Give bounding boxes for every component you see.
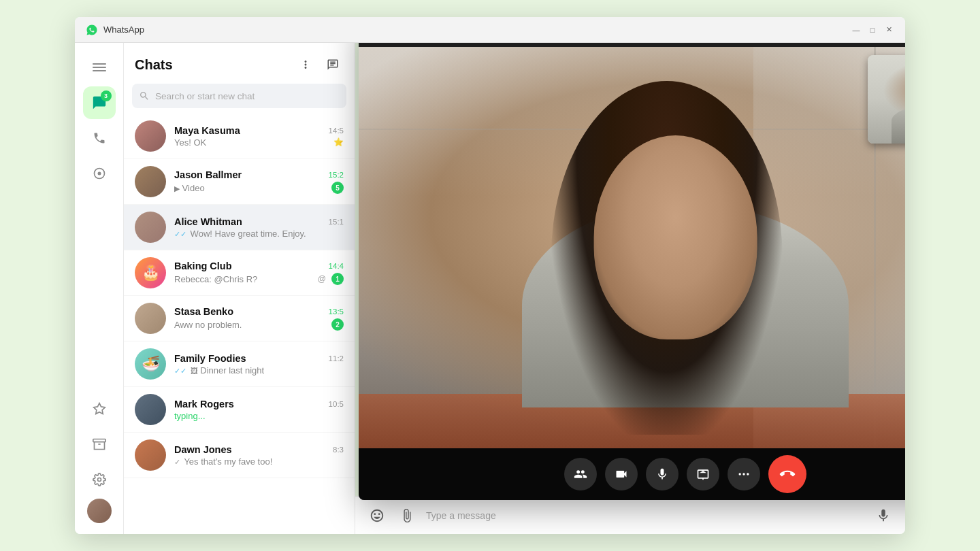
nav-sidebar: 3 <box>75 43 124 534</box>
video-main <box>359 47 905 448</box>
svg-marker-5 <box>93 403 105 414</box>
pip-video-feed <box>868 55 905 144</box>
list-item[interactable]: Maya Kasuma 14:5 Yes! OK ⭐ <box>124 114 355 159</box>
message-input[interactable] <box>426 510 864 521</box>
emoji-btn[interactable] <box>366 505 388 527</box>
minimize-button[interactable]: — <box>851 24 862 35</box>
chat-name: Mark Rogers <box>174 399 234 410</box>
starred-msg-icon: ⭐ <box>333 137 344 147</box>
chat-name: Alice Whitman <box>174 216 242 227</box>
chat-time: 14:5 <box>329 127 344 135</box>
avatar <box>135 166 166 197</box>
chat-preview: Yes! OK <box>174 137 333 148</box>
present-btn[interactable] <box>687 458 719 490</box>
search-input[interactable] <box>155 91 340 101</box>
window-controls: — □ ✕ <box>851 24 894 35</box>
chat-info: Dawn Jones 8:3 ✓ Yes that's my fave too! <box>174 444 344 467</box>
app-window: WhatsApp — □ ✕ 3 <box>75 17 905 534</box>
pip-video <box>868 55 905 144</box>
avatar <box>135 394 166 425</box>
chat-info: Mark Rogers 10:5 typing... <box>174 399 344 421</box>
mention-icon: @ <box>318 274 326 284</box>
add-participant-btn[interactable] <box>564 458 597 490</box>
chats-badge: 3 <box>101 90 112 101</box>
list-item[interactable]: Alice Whitman 15:1 ✓✓ Wow! Have great ti… <box>124 205 355 250</box>
mic-btn[interactable] <box>872 505 894 527</box>
chats-panel: Chats <box>124 43 355 534</box>
chat-time: 15:2 <box>329 171 344 179</box>
list-item[interactable]: Mark Rogers 10:5 typing... <box>124 387 355 433</box>
chat-preview: Aww no problem. <box>174 320 329 330</box>
chat-name: Jason Ballmer <box>174 169 242 180</box>
avatar: 🍜 <box>135 348 166 380</box>
chat-preview: ✓✓ 🖼 Dinner last night <box>174 365 344 375</box>
chat-time: 13:5 <box>329 307 344 316</box>
chat-name: Stasa Benko <box>174 306 233 317</box>
list-item[interactable]: 🎂 Baking Club 14:4 Rebecca: @Chris R? @ … <box>124 250 355 296</box>
chats-header-icons <box>295 54 344 76</box>
end-call-btn[interactable] <box>768 455 806 493</box>
face-overlay <box>594 135 757 339</box>
maximize-button[interactable]: □ <box>867 24 878 35</box>
mute-btn[interactable] <box>646 458 679 490</box>
video-msg-icon: ▶ <box>174 184 180 193</box>
nav-archived[interactable] <box>83 428 116 461</box>
nav-settings[interactable] <box>83 463 116 496</box>
nav-starred[interactable] <box>83 393 116 425</box>
nav-calls[interactable] <box>83 122 116 154</box>
chats-title: Chats <box>135 57 173 73</box>
read-receipt-icon: ✓✓ <box>174 230 186 238</box>
chat-time: 10:5 <box>329 400 344 408</box>
svg-point-10 <box>742 473 745 475</box>
nav-chats[interactable]: 3 <box>83 86 116 119</box>
list-item[interactable]: Dawn Jones 8:3 ✓ Yes that's my fave too! <box>124 433 355 478</box>
nav-status[interactable] <box>83 157 116 190</box>
unread-badge: 2 <box>331 318 344 331</box>
chat-info: Jason Ballmer 15:2 ▶ Video 5 <box>174 169 344 194</box>
chat-time: 14:4 <box>329 262 344 270</box>
read-receipt-icon: ✓✓ <box>174 367 186 375</box>
menu-dots-button[interactable] <box>295 54 316 76</box>
main-area: Susanna Davis End-to-end endcrypted — □ … <box>355 43 905 534</box>
chat-preview: ▶ Video <box>174 183 329 193</box>
chat-info: Baking Club 14:4 Rebecca: @Chris R? @ 1 <box>174 261 344 285</box>
list-item[interactable]: Stasa Benko 13:5 Aww no problem. 2 <box>124 296 355 341</box>
whatsapp-logo <box>86 24 98 36</box>
chat-preview: Rebecca: @Chris R? <box>174 274 318 284</box>
chats-header: Chats <box>124 43 355 81</box>
app-body: 3 Chats <box>75 43 905 534</box>
chat-name: Maya Kasuma <box>174 125 240 136</box>
chat-name: Dawn Jones <box>174 444 232 455</box>
chat-info: Maya Kasuma 14:5 Yes! OK ⭐ <box>174 125 344 148</box>
avatar <box>135 212 166 243</box>
chat-info: Family Foodies 11:2 ✓✓ 🖼 Dinner last nig… <box>174 353 344 375</box>
user-avatar[interactable] <box>87 499 112 523</box>
chat-name: Family Foodies <box>174 353 246 364</box>
svg-point-8 <box>97 478 101 482</box>
unread-badge: 5 <box>331 182 344 194</box>
attach-btn[interactable] <box>396 505 418 527</box>
svg-rect-0 <box>93 63 106 65</box>
chat-time: 11:2 <box>329 354 344 363</box>
video-call-window: Susanna Davis End-to-end endcrypted — □ … <box>359 43 905 500</box>
chat-time: 8:3 <box>333 446 344 454</box>
svg-rect-1 <box>93 67 106 68</box>
unread-badge: 1 <box>331 273 344 285</box>
more-options-btn[interactable] <box>728 458 760 490</box>
svg-point-11 <box>747 473 749 475</box>
close-button[interactable]: ✕ <box>883 24 894 35</box>
avatar: 🎂 <box>135 257 166 288</box>
chat-input-area <box>355 496 905 534</box>
app-title: WhatsApp <box>103 24 851 35</box>
video-toggle-btn[interactable] <box>605 458 638 490</box>
nav-menu[interactable] <box>83 51 116 84</box>
man-shoulders <box>892 106 905 144</box>
title-bar: WhatsApp — □ ✕ <box>75 17 905 43</box>
chat-time: 15:1 <box>329 218 344 226</box>
list-item[interactable]: 🍜 Family Foodies 11:2 ✓✓ 🖼 Dinner last n… <box>124 341 355 387</box>
image-msg-icon: 🖼 <box>191 367 198 375</box>
list-item[interactable]: Jason Ballmer 15:2 ▶ Video 5 <box>124 159 355 205</box>
avatar <box>135 120 166 152</box>
new-chat-button[interactable] <box>322 54 344 76</box>
svg-point-4 <box>97 172 101 176</box>
